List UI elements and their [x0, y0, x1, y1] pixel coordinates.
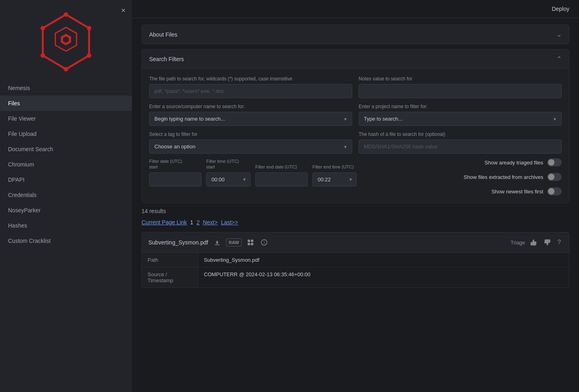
svg-rect-18 — [251, 243, 253, 245]
hash-group: The hash of a file to search for (option… — [359, 131, 562, 154]
info-button[interactable]: i — [259, 238, 269, 247]
project-label: Enter a project name to filter for: — [359, 104, 562, 109]
download-button[interactable] — [212, 238, 222, 247]
file-name: Subverting_Sysmon.pdf — [148, 239, 208, 246]
source-select-wrapper: Begin typing name to search... — [149, 112, 352, 126]
about-files-title: About Files — [149, 31, 177, 38]
start-date-label: Filter date (UTC)start — [149, 158, 201, 170]
project-group: Enter a project name to filter for: Type… — [359, 104, 562, 126]
sidebar-item-file-viewer[interactable]: File Viewer — [0, 111, 132, 126]
file-card-header: Subverting_Sysmon.pdf RAW — [142, 232, 569, 253]
question-button[interactable]: ? — [556, 237, 563, 248]
sidebar-item-hashes[interactable]: Hashes — [0, 218, 132, 233]
source-value: COMPUTERR @ 2024-02-13 06:35:46+00:00 — [198, 267, 569, 287]
toggle-triaged[interactable] — [547, 158, 562, 166]
end-time-select[interactable]: 00:22 — [312, 172, 357, 187]
filter-row-4: Filter date (UTC)start 2023/11/16 Filter… — [149, 157, 562, 195]
sidebar-item-noseyparker[interactable]: NoseyParker — [0, 203, 132, 218]
svg-rect-14 — [215, 244, 220, 245]
about-files-chevron: ⌄ — [556, 31, 562, 38]
search-filters-body: The file path to search for, wildcards (… — [142, 68, 569, 203]
toggle-archives[interactable] — [547, 173, 562, 181]
file-path-label: The file path to search for, wildcards (… — [149, 76, 352, 82]
toggle-newest-row: Show newest files first — [464, 187, 562, 195]
about-files-accordion: About Files ⌄ — [142, 25, 569, 44]
toggles-section: Show aready triaged files Show files ext… — [464, 157, 562, 195]
filter-row-1: The file path to search for, wildcards (… — [149, 76, 562, 98]
download-icon — [214, 239, 220, 246]
svg-rect-15 — [248, 240, 250, 242]
grid-icon — [247, 239, 254, 246]
file-card-body: Path Subverting_Sysmon.pdf Source / Time… — [142, 253, 569, 287]
search-filters-accordion: Search Filters ⌃ The file path to search… — [142, 49, 569, 203]
toggle-archives-label: Show files extracted from archives — [464, 174, 543, 180]
start-date-group: Filter date (UTC)start 2023/11/16 — [149, 158, 201, 187]
start-time-select-wrapper: 00:00 — [206, 172, 250, 187]
datetime-section: Filter date (UTC)start 2023/11/16 Filter… — [149, 157, 457, 187]
search-filters-chevron: ⌃ — [556, 55, 562, 63]
thumbs-up-button[interactable] — [528, 237, 539, 248]
sidebar-item-document-search[interactable]: Document Search — [0, 142, 132, 157]
file-card: Subverting_Sysmon.pdf RAW — [142, 232, 569, 288]
toggle-newest[interactable] — [547, 187, 562, 195]
logo-area: × — [0, 0, 132, 80]
start-date-input[interactable]: 2023/11/16 — [149, 172, 201, 187]
source-select[interactable]: Begin typing name to search... — [149, 112, 352, 126]
svg-line-7 — [43, 14, 66, 28]
end-date-input[interactable]: 2024/02/15 — [255, 172, 308, 187]
file-path-row: Path Subverting_Sysmon.pdf — [142, 253, 569, 267]
end-time-group: Filter end time (UTC) 00:22 — [312, 164, 357, 186]
sidebar-item-file-upload[interactable]: File Upload — [0, 126, 132, 142]
sidebar-item-credentials[interactable]: Credentials — [0, 187, 132, 203]
hash-input[interactable] — [359, 140, 562, 154]
hash-label: The hash of a file to search for (option… — [359, 131, 562, 137]
raw-button[interactable]: RAW — [226, 238, 242, 246]
toggle-newest-label: Show newest files first — [491, 189, 543, 195]
last-page-link[interactable]: Last>> — [221, 219, 238, 226]
close-button[interactable]: × — [121, 6, 125, 15]
results-section: 14 results Current Page Link 1 2 Next> L… — [142, 208, 569, 291]
file-path-group: The file path to search for, wildcards (… — [149, 76, 352, 98]
svg-rect-16 — [251, 240, 253, 242]
project-select[interactable]: Type to search... — [359, 112, 562, 126]
datetime-row: Filter date (UTC)start 2023/11/16 Filter… — [149, 158, 457, 187]
file-source-row: Source / Timestamp COMPUTERR @ 2024-02-1… — [142, 267, 569, 287]
view-icon-button[interactable] — [246, 238, 255, 247]
page-2-link[interactable]: 2 — [197, 219, 200, 226]
page-1: 1 — [190, 219, 193, 226]
notes-label: Notes value to search for — [359, 76, 562, 82]
thumbs-down-icon — [544, 239, 551, 246]
sidebar-item-dpapi[interactable]: DPAPI — [0, 172, 132, 187]
content-area: About Files ⌄ Search Filters ⌃ The file … — [132, 18, 579, 298]
svg-line-8 — [66, 14, 89, 28]
source-group: Enter a source/computer name to search f… — [149, 104, 352, 126]
info-icon: i — [261, 239, 267, 246]
sidebar-item-nemesis[interactable]: Nemesis — [0, 80, 132, 96]
about-files-header[interactable]: About Files ⌄ — [142, 25, 569, 44]
tag-group: Select a tag to filter for Choose an opt… — [149, 131, 352, 154]
thumbs-down-button[interactable] — [542, 237, 552, 248]
sidebar-item-custom-cracklist[interactable]: Custom Cracklist — [0, 233, 132, 248]
thumbs-up-icon — [530, 239, 537, 246]
start-time-select[interactable]: 00:00 — [206, 172, 250, 187]
search-filters-header[interactable]: Search Filters ⌃ — [142, 49, 569, 68]
toggle-archives-row: Show files extracted from archives — [464, 173, 562, 181]
sidebar-item-chromium[interactable]: Chromium — [0, 157, 132, 172]
tag-select[interactable]: Choose an option — [149, 140, 352, 154]
current-page-link[interactable]: Current Page Link — [142, 219, 187, 226]
file-card-title: Subverting_Sysmon.pdf RAW — [148, 238, 269, 247]
sidebar: × Nemesis Files File Viewe — [0, 0, 132, 392]
pagination: Current Page Link 1 2 Next> Last>> — [142, 219, 569, 226]
file-path-input[interactable] — [149, 84, 352, 98]
filter-row-2: Enter a source/computer name to search f… — [149, 104, 562, 126]
source-label: Enter a source/computer name to search f… — [149, 104, 352, 109]
triage-section: Triage — [511, 237, 563, 248]
svg-text:i: i — [264, 240, 265, 245]
project-select-wrapper: Type to search... — [359, 112, 562, 126]
notes-input[interactable] — [359, 84, 562, 98]
deploy-button[interactable]: Deploy — [552, 6, 569, 12]
sidebar-item-files[interactable]: Files — [0, 96, 132, 111]
next-page-link[interactable]: Next> — [203, 219, 218, 226]
top-bar: Deploy — [132, 0, 579, 18]
source-key: Source / Timestamp — [142, 267, 198, 287]
